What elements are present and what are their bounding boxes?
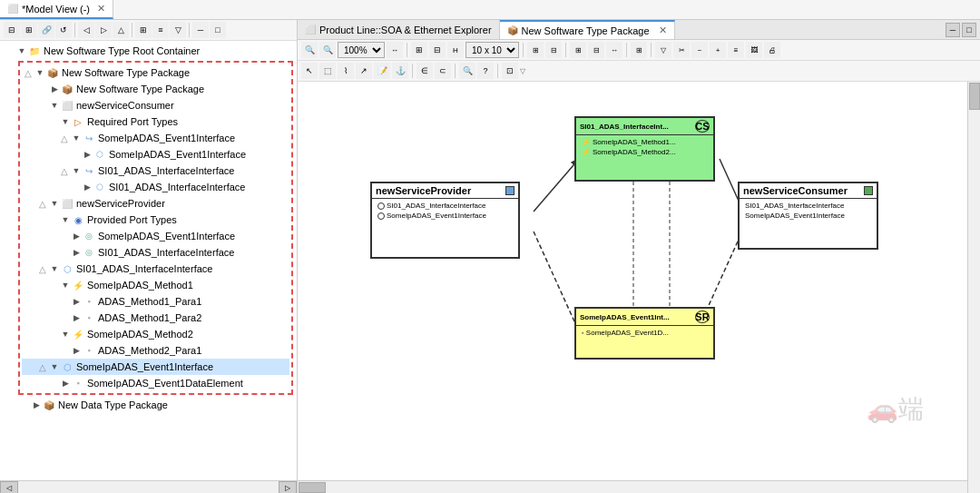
tree-node-si1a[interactable]: ▶ ⬡ SomeIpADAS_Event1Interface [22, 146, 289, 163]
toggle-rpt[interactable]: ▼ [60, 116, 71, 127]
toggle-newdata[interactable]: ▶ [31, 399, 42, 410]
toggle-m2[interactable]: ▼ [60, 329, 71, 340]
right-panel-minimize[interactable]: ─ [946, 23, 960, 37]
nav-fwd-btn[interactable]: ▷ [95, 22, 112, 38]
diag-opts[interactable]: ≡ [728, 42, 744, 58]
tree-node-ppt1[interactable]: ▶ ◎ SomeIpADAS_Event1Interface [22, 228, 289, 244]
toggle-m2p1[interactable]: ▶ [71, 345, 82, 356]
minimize-btn[interactable]: ─ [192, 22, 209, 38]
new-software-tab-close[interactable]: ✕ [659, 25, 667, 36]
tree-node-ppt[interactable]: ▼ ◉ Provided Port Types [22, 212, 289, 228]
diag-pointer[interactable]: ↖ [301, 63, 318, 79]
tree-node-rpt[interactable]: ▼ ▷ Required Port Types [22, 113, 289, 130]
expand-btn[interactable]: ⊞ [21, 22, 37, 38]
diag-newServiceProvider[interactable]: newServiceProvider SI01_ADAS_InterfaceIn… [370, 182, 520, 259]
toggle-ppt1[interactable]: ▶ [71, 231, 82, 242]
link-btn[interactable]: 🔗 [38, 22, 54, 38]
toggle-m1p2[interactable]: ▶ [71, 312, 82, 323]
diag-show[interactable]: + [710, 42, 726, 58]
tree-node-pkg1a[interactable]: ▶ 📦 New Software Type Package [22, 81, 289, 97]
zoom-select[interactable]: 100% [338, 42, 385, 58]
collapse-all-btn[interactable]: ⊟ [4, 22, 20, 38]
grid-btn[interactable]: ⊞ [135, 22, 152, 38]
diag-help[interactable]: ? [477, 63, 494, 79]
diag-size1[interactable]: ⊞ [631, 42, 647, 58]
tree-node-m1p2[interactable]: ▶ ▪ ADAS_Method1_Para2 [22, 310, 289, 326]
diag-print[interactable]: 🖨 [764, 42, 780, 58]
diag-lasso[interactable]: ⌇ [338, 63, 354, 79]
vscroll-thumb[interactable] [969, 83, 980, 110]
filter-btn[interactable]: ▽ [170, 22, 186, 38]
toggle-m1[interactable]: ▼ [60, 280, 71, 291]
tree-area[interactable]: ▼ 📁 New Software Type Root Container △ ▼… [0, 41, 297, 480]
scroll-right-btn[interactable]: ▷ [279, 481, 297, 493]
tree-node-ev1[interactable]: △ ▼ ⬡ SomeIpADAS_Event1Interface [22, 359, 289, 375]
tree-node-consumer[interactable]: ▼ ⬜ newServiceConsumer [22, 97, 289, 113]
tree-node-root[interactable]: ▼ 📁 New Software Type Root Container [0, 43, 297, 59]
diag-subset-btn[interactable]: ⊂ [435, 63, 451, 79]
toggle-si1[interactable]: ▼ [71, 133, 82, 143]
left-hscrollbar[interactable]: ◁ ▷ [0, 480, 297, 493]
tree-node-si01[interactable]: △ ▼ ↪ SI01_ADAS_InterfaceInterface [22, 163, 289, 179]
toggle-pkg1[interactable]: ▼ [34, 67, 45, 78]
model-view-tab[interactable]: ⬜ *Model View (-) ✕ [0, 0, 113, 19]
list-btn[interactable]: ≡ [152, 22, 169, 38]
toggle-ppt[interactable]: ▼ [60, 214, 71, 225]
tab-product-line[interactable]: ⬜ Product Line::SOA & Ethernet Explorer [298, 20, 500, 39]
diag-anchor[interactable]: ⚓ [392, 63, 408, 79]
diag-hide[interactable]: − [691, 42, 708, 58]
scroll-track[interactable] [18, 481, 279, 493]
tree-node-m1[interactable]: ▼ ⚡ SomeIpADAS_Method1 [22, 277, 289, 293]
diag-fit[interactable]: ↔ [387, 42, 403, 58]
tree-node-m2p1[interactable]: ▶ ▪ ADAS_Method2_Para1 [22, 342, 289, 359]
diag-search[interactable]: 🔍 [459, 63, 475, 79]
toggle-ev1[interactable]: ▼ [49, 361, 60, 372]
diag-dist2[interactable]: ⊟ [588, 42, 604, 58]
diag-someIpEvent[interactable]: SomeIpADAS_Event1Int... SR ▪ SomeIpADAS_… [574, 307, 715, 360]
toggle-provider[interactable]: ▼ [49, 198, 60, 209]
diag-note[interactable]: 📝 [374, 63, 390, 79]
diag-zoom-out[interactable]: 🔍 [319, 42, 336, 58]
maximize-btn[interactable]: □ [210, 22, 226, 38]
diag-img[interactable]: 🖼 [746, 42, 762, 58]
diag-h[interactable]: H [447, 42, 464, 58]
diag-connect[interactable]: ↗ [356, 63, 372, 79]
toggle-si01[interactable]: ▼ [71, 165, 82, 176]
diag-snap[interactable]: ⊡ [502, 63, 518, 79]
toggle-ppt2[interactable]: ▶ [71, 247, 82, 258]
diag-hscrollbar[interactable] [298, 480, 967, 493]
toggle-pkg1a[interactable]: ▶ [49, 84, 60, 94]
toggle-consumer[interactable]: ▼ [49, 100, 60, 111]
diag-cut[interactable]: ✂ [673, 42, 690, 58]
diag-dist3[interactable]: ↔ [606, 42, 622, 58]
tree-node-si01b[interactable]: △ ▼ ⬡ SI01_ADAS_InterfaceInterface [22, 261, 289, 277]
toggle-si01b[interactable]: ▼ [49, 263, 60, 274]
refresh-btn[interactable]: ↺ [55, 22, 72, 38]
hscroll-thumb[interactable] [299, 482, 326, 493]
tab-new-software[interactable]: 📦 New Software Type Package ✕ [500, 20, 675, 39]
diag-dist1[interactable]: ⊞ [570, 42, 586, 58]
tree-node-m1p1[interactable]: ▶ ▪ ADAS_Method1_Para1 [22, 293, 289, 310]
tree-node-ppt2[interactable]: ▶ ◎ SI01_ADAS_InterfaceInterface [22, 244, 289, 261]
nav-back-btn[interactable]: ◁ [78, 22, 94, 38]
diag-layout[interactable]: ⊟ [429, 42, 446, 58]
diag-newServiceConsumer[interactable]: newServiceConsumer SI01_ADAS_InterfaceIn… [738, 182, 878, 250]
tree-node-pkg1[interactable]: △ ▼ 📦 New Software Type Package [22, 64, 289, 81]
diag-in-btn[interactable]: ∈ [416, 63, 433, 79]
diag-align2[interactable]: ⊟ [545, 42, 562, 58]
toggle-m1p1[interactable]: ▶ [71, 296, 82, 307]
grid-select[interactable]: 10 x 10 [466, 42, 519, 58]
right-panel-maximize[interactable]: □ [962, 23, 976, 37]
diag-zoom-in[interactable]: 🔍 [301, 42, 318, 58]
model-view-close[interactable]: ✕ [97, 3, 105, 15]
tree-node-newdata[interactable]: ▶ 📦 New Data Type Package [0, 397, 297, 413]
toggle-si1a[interactable]: ▶ [82, 149, 93, 160]
tree-node-m2[interactable]: ▼ ⚡ SomeIpADAS_Method2 [22, 326, 289, 342]
tree-node-si1[interactable]: △ ▼ ↪ SomeIpADAS_Event1Interface [22, 130, 289, 146]
diag-filter[interactable]: ▽ [655, 42, 671, 58]
toggle-si01a[interactable]: ▶ [82, 182, 93, 192]
tree-node-provider[interactable]: △ ▼ ⬜ newServiceProvider [22, 195, 289, 212]
diagram-area[interactable]: newServiceProvider SI01_ADAS_InterfaceIn… [298, 82, 980, 493]
diag-si01Interface[interactable]: SI01_ADAS_InterfaceInt... CS ⚡ SomeIpADA… [574, 116, 715, 182]
scroll-left-btn[interactable]: ◁ [0, 481, 18, 493]
